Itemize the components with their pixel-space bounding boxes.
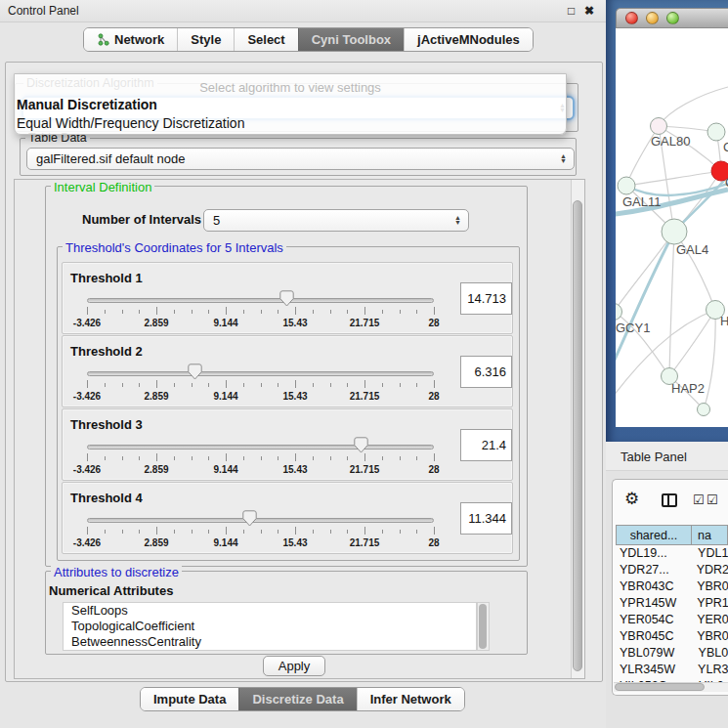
tick-mark (278, 310, 278, 314)
float-window-icon[interactable]: □ (568, 4, 575, 18)
tick-mark (174, 310, 175, 314)
window-close-icon[interactable] (625, 12, 638, 24)
tick-mark (347, 383, 348, 387)
attribute-list-item[interactable]: TopologicalCoefficient (64, 619, 476, 634)
threshold-value-field[interactable]: 6.316 (460, 356, 512, 388)
select-all-icon[interactable]: ☑ (707, 492, 718, 507)
scale-label: 9.144 (213, 318, 237, 328)
attribute-list-item[interactable]: BetweennessCentrality (64, 634, 476, 650)
close-panel-icon[interactable]: ✖ (584, 4, 594, 18)
tab-cyni-toolbox[interactable]: Cyni Toolbox (298, 28, 404, 51)
slider-thumb[interactable] (354, 437, 368, 453)
tab-impute-data[interactable]: Impute Data (141, 688, 238, 710)
tick-mark (347, 310, 348, 314)
table-row[interactable]: YBR043CYBR0 (616, 578, 728, 595)
tick-mark (192, 456, 193, 460)
algorithm-option-equal-width[interactable]: Equal Width/Frequency Discretization (17, 115, 566, 132)
node-label: GA (723, 140, 728, 154)
table-row[interactable]: YBL079WYBL0 (616, 645, 728, 662)
tick-mark (174, 383, 175, 387)
scale-label: 2.859 (144, 537, 168, 548)
network-edge[interactable] (616, 232, 674, 312)
select-columns-icon[interactable]: ☑ (693, 492, 705, 507)
tick-mark (243, 310, 244, 314)
tab-infer-network[interactable]: Infer Network (357, 688, 464, 710)
network-node-gal11[interactable] (618, 177, 635, 194)
network-view-canvas[interactable]: GAL80GACGAL11GAL4GCY1HHAP2 (616, 28, 728, 427)
tick-mark (400, 383, 401, 387)
tick-mark (416, 310, 417, 314)
table-row[interactable]: YBR045CYBR0 (616, 628, 728, 645)
split-panel-icon[interactable] (662, 493, 677, 507)
slider-track[interactable] (87, 298, 434, 303)
network-node-gal80[interactable] (651, 118, 667, 135)
window-minimize-icon[interactable] (646, 12, 659, 24)
table-hscrollbar-thumb[interactable] (615, 683, 705, 691)
network-edge[interactable] (616, 232, 674, 374)
network-edge[interactable] (626, 171, 721, 186)
slider-thumb[interactable] (279, 290, 294, 307)
numerical-attributes-list[interactable]: SelfLoopsTopologicalCoefficientBetweenne… (63, 602, 477, 651)
tick-mark (382, 456, 383, 460)
tab-select[interactable]: Select (234, 28, 297, 51)
scale-label: 2.859 (144, 391, 168, 402)
network-edge[interactable] (669, 232, 674, 376)
table-row[interactable]: YDR27...YDR2 (616, 562, 728, 578)
tab-jactivemnodules[interactable]: jActiveMNodules (404, 28, 533, 51)
network-edge[interactable] (659, 87, 728, 126)
slider-thumb[interactable] (242, 510, 257, 527)
slider-track[interactable] (87, 371, 434, 376)
scale-label: 21.715 (350, 537, 380, 548)
number-of-intervals-select[interactable]: 5 (203, 209, 469, 232)
slider-ticks (87, 380, 434, 389)
slider-thumb[interactable] (188, 364, 202, 380)
gear-icon[interactable]: ⚙ (624, 489, 639, 509)
slider-track[interactable] (87, 445, 434, 450)
attribute-list-item[interactable]: SelfLoops (64, 603, 476, 619)
network-edge[interactable] (669, 310, 715, 376)
slider-track[interactable] (87, 518, 434, 523)
network-node-ga[interactable] (707, 123, 725, 141)
scale-label: 15.43 (282, 318, 307, 328)
scale-label: 2.859 (144, 464, 168, 475)
tab-style[interactable]: Style (177, 28, 234, 51)
tick-mark (416, 530, 417, 534)
settings-scrollbar-thumb[interactable] (573, 200, 582, 671)
tick-mark (295, 527, 296, 535)
threshold-value-field[interactable]: 21.4 (460, 429, 512, 461)
network-node-gal4[interactable] (662, 219, 687, 244)
threshold-value-field[interactable]: 14.713 (460, 282, 512, 315)
algorithm-option-manual[interactable]: Manual Discretization (17, 97, 566, 113)
control-panel-tabbar: NetworkStyleSelectCyni ToolboxjActiveMNo… (83, 27, 534, 52)
tab-discretize-data[interactable]: Discretize Data (238, 688, 356, 710)
tick-mark (87, 527, 88, 535)
table-row[interactable]: YER054CYER0 (616, 612, 728, 628)
table-row[interactable]: YLR345WYLR3 (616, 662, 728, 678)
screen: Control Panel □ ✖ NetworkStyleSelectCyni… (0, 0, 728, 728)
network-node[interactable] (698, 404, 710, 416)
table-cell-shared-name: YER054C (616, 612, 690, 628)
scale-label: 9.144 (213, 391, 237, 402)
column-header-name[interactable]: na (691, 525, 728, 545)
window-maximize-icon[interactable] (666, 12, 679, 24)
table-cell-name: YBR0 (690, 578, 728, 595)
column-header-shared-name[interactable]: shared... (616, 525, 692, 545)
threshold-value-field[interactable]: 11.344 (460, 502, 512, 535)
table-row[interactable]: YPR145WYPR1 (616, 595, 728, 612)
tick-mark (434, 527, 435, 535)
table-cell-shared-name: YDR27... (616, 562, 690, 578)
apply-button[interactable]: Apply (263, 656, 325, 676)
attributes-scrollbar-thumb[interactable] (479, 604, 487, 649)
tick-mark (400, 530, 401, 534)
scale-label: 21.715 (350, 391, 380, 402)
tick-mark (364, 527, 365, 535)
table-row[interactable]: YDL19...YDL1 (616, 545, 728, 562)
tick-mark (105, 310, 106, 314)
tick-mark (278, 456, 278, 460)
scale-label: 28 (428, 537, 439, 548)
tab-network[interactable]: Network (84, 28, 177, 51)
table-data-select[interactable]: galFiltered.sif default node (26, 148, 575, 170)
scale-label: 21.715 (350, 318, 380, 328)
tick-mark (243, 456, 244, 460)
control-panel-titlebar (0, 0, 606, 22)
